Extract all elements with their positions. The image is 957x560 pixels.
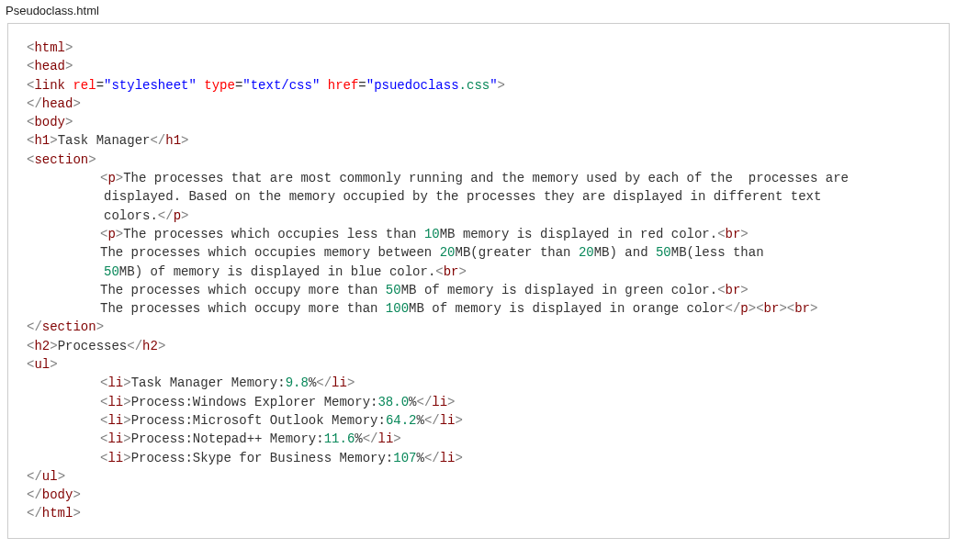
li3-num: 64.2 — [386, 413, 417, 428]
li5-num: 107 — [393, 451, 416, 465]
p2-line4-b: MB of memory is displayed in orange colo… — [409, 301, 725, 316]
li1-num: 9.8 — [286, 375, 309, 390]
p2-line2-a: The processes which occupies memory betw… — [100, 245, 440, 260]
li3-a: Process:Microsoft Outlook Memory: — [131, 413, 386, 428]
p2-line4-num: 100 — [386, 301, 409, 316]
li5-b: % — [417, 451, 424, 465]
p2-line2-num4: 50 — [104, 264, 119, 279]
link-rel: stylesheet — [111, 78, 188, 93]
code-container: <html> <head> <link rel="stylesheet" typ… — [7, 23, 950, 539]
h2-text: Processes — [58, 339, 128, 353]
p2-line2-num2: 20 — [579, 245, 594, 260]
filename-label: Pseudoclass.html — [0, 0, 957, 23]
li2-a: Process:Windows Explorer Memory: — [131, 395, 378, 409]
li4-num: 11.6 — [324, 431, 355, 446]
p2-line3-num: 50 — [386, 283, 401, 297]
li5-a: Process:Skype for Business Memory: — [131, 451, 394, 465]
p2-line2-num3: 50 — [656, 245, 671, 260]
link-href-suffix: .css — [459, 78, 490, 93]
p2-line1-num: 10 — [424, 227, 440, 241]
p2-line3-b: MB of memory is displayed in green color… — [401, 283, 717, 297]
p2-line2-num1: 20 — [440, 245, 456, 260]
p2-line2-b: MB(greater than — [455, 245, 578, 260]
h1-text: Task Manager — [58, 133, 151, 148]
link-href-prefix: psuedoclass — [374, 78, 458, 93]
p2-line1-b: MB memory is displayed in red color. — [440, 227, 717, 241]
p2-line1-a: The processes which occupies less than — [123, 227, 424, 241]
li3-b: % — [416, 413, 423, 428]
p2-line4-a: The processes which occupy more than — [100, 301, 386, 316]
li1-a: Task Manager Memory: — [131, 375, 286, 390]
li4-a: Process:Notepad++ Memory: — [131, 431, 324, 446]
p1-text: The processes that are most commonly run… — [27, 171, 849, 223]
p2-line2-e: MB) of memory is displayed in blue color… — [119, 264, 435, 279]
p2-line3-a: The processes which occupy more than — [100, 283, 386, 297]
link-type: text/css — [251, 78, 312, 93]
p2-line2-d: MB(less than — [671, 245, 771, 260]
code-block: <html> <head> <link rel="stylesheet" typ… — [27, 39, 930, 523]
li2-num: 38.0 — [377, 395, 409, 409]
p2-line2-c: MB) and — [594, 245, 656, 260]
li4-b: % — [355, 431, 362, 446]
